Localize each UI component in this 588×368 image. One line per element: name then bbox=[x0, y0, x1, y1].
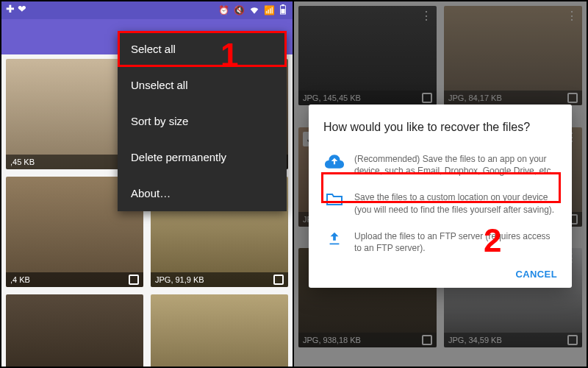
dialog-title: How would you like to recover the files? bbox=[323, 121, 557, 134]
status-bar: ✚ ❤ ⏰ 🔇 📶 bbox=[1, 1, 293, 19]
mute-icon: 🔇 bbox=[234, 5, 245, 15]
svg-rect-2 bbox=[281, 9, 284, 13]
cloud-upload-icon bbox=[325, 153, 344, 169]
cancel-button[interactable]: CANCEL bbox=[515, 269, 557, 280]
option-text: Upload the files to an FTP server (requi… bbox=[354, 230, 556, 254]
menu-item-select-all[interactable]: Select all bbox=[118, 31, 287, 67]
thumb-label: JPG, 91,9 KB bbox=[155, 275, 204, 284]
photo-thumb[interactable] bbox=[6, 294, 143, 367]
menu-item-unselect-all[interactable]: Unselect all bbox=[118, 67, 287, 103]
annotation-number-2: 2 bbox=[484, 222, 501, 259]
alarm-icon: ⏰ bbox=[218, 5, 229, 15]
annotation-number-1: 1 bbox=[220, 37, 238, 74]
annotation-highlight-box bbox=[321, 172, 561, 203]
expand-icon[interactable] bbox=[129, 275, 139, 285]
menu-item-sort-by-size[interactable]: Sort by size bbox=[118, 103, 287, 139]
option-upload-ftp[interactable]: Upload the files to an FTP server (requi… bbox=[323, 223, 557, 261]
battery-icon bbox=[279, 4, 287, 17]
upload-icon bbox=[325, 230, 344, 247]
wifi-icon bbox=[249, 5, 259, 16]
svg-rect-1 bbox=[282, 4, 284, 6]
right-screenshot: ⋮ JPG, 145,45 KB ⋮ JPG, 84,17 KB ✓ ⋮ JPG… bbox=[294, 1, 587, 367]
thumb-label: ,45 KB bbox=[10, 158, 35, 166]
photo-thumb[interactable] bbox=[151, 294, 288, 367]
thumb-label: ,4 KB bbox=[10, 275, 30, 284]
menu-item-about[interactable]: About… bbox=[118, 175, 287, 211]
left-screenshot: ✚ ❤ ⏰ 🔇 📶 ⋮ ,45 KB ⋮ JPG, 128,06 bbox=[1, 1, 294, 367]
context-menu: Select all Unselect all Sort by size Del… bbox=[118, 31, 287, 211]
signal-icon: 📶 bbox=[264, 5, 275, 15]
menu-item-delete-permanently[interactable]: Delete permanently bbox=[118, 139, 287, 175]
statusbar-left-icons: ✚ ❤ bbox=[6, 3, 26, 15]
expand-icon[interactable] bbox=[273, 275, 284, 285]
